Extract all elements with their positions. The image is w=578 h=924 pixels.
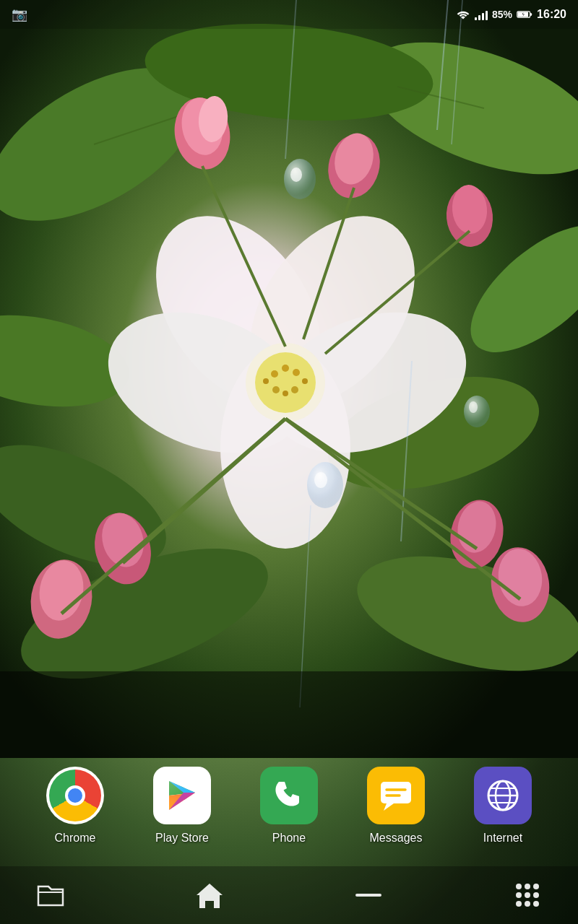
signal-icon	[475, 9, 488, 20]
messages-label: Messages	[370, 832, 423, 845]
svg-point-85	[516, 892, 522, 898]
messages-app[interactable]: Messages	[356, 767, 436, 845]
svg-point-87	[533, 892, 539, 898]
screenshot-icon: 📷	[12, 6, 27, 22]
internet-app[interactable]: Internet	[463, 767, 543, 845]
svg-rect-64	[530, 13, 532, 15]
chrome-label: Chrome	[55, 832, 96, 845]
playstore-app[interactable]: Play Store	[142, 767, 222, 845]
chrome-icon	[46, 767, 104, 824]
home-button[interactable]	[181, 873, 238, 917]
svg-point-84	[533, 884, 539, 889]
apps-button[interactable]	[499, 873, 556, 917]
nav-bar	[0, 866, 578, 924]
phone-icon	[260, 767, 318, 824]
files-button[interactable]	[22, 873, 79, 917]
svg-rect-70	[381, 782, 411, 803]
battery-icon	[517, 9, 532, 19]
status-left: 📷	[12, 6, 27, 22]
svg-point-89	[525, 901, 530, 907]
svg-point-90	[533, 901, 539, 907]
status-bar: 📷 85% 16:20	[0, 0, 578, 29]
status-right: 85% 16:20	[456, 8, 566, 21]
svg-marker-71	[384, 803, 394, 811]
clock: 16:20	[537, 8, 566, 21]
svg-point-83	[525, 884, 530, 889]
recent-apps-button[interactable]	[340, 873, 397, 917]
phone-label: Phone	[272, 832, 306, 845]
phone-app[interactable]: Phone	[249, 767, 329, 845]
battery-percentage: 85%	[492, 9, 512, 20]
app-dock: Chrome	[0, 752, 578, 859]
wifi-icon	[456, 9, 470, 20]
svg-marker-80	[197, 884, 223, 908]
playstore-icon	[153, 767, 211, 824]
messages-icon	[367, 767, 425, 824]
svg-point-88	[516, 901, 522, 907]
playstore-label: Play Store	[155, 832, 209, 845]
internet-icon	[474, 767, 532, 824]
internet-label: Internet	[483, 832, 522, 845]
chrome-app[interactable]: Chrome	[35, 767, 115, 845]
svg-point-82	[516, 884, 522, 889]
svg-rect-81	[355, 894, 381, 897]
svg-point-86	[525, 892, 530, 898]
